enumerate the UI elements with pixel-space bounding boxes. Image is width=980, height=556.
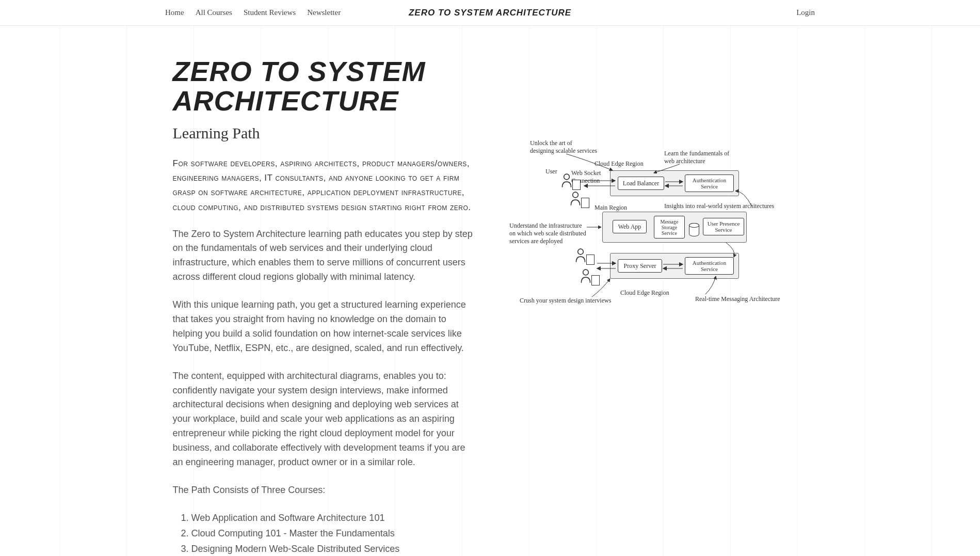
nav-all-courses[interactable]: All Courses <box>196 8 232 17</box>
architecture-diagram: Unlock the art ofdesigning scalable serv… <box>509 139 793 336</box>
page-title: ZERO TO SYSTEM ARCHITECTURE <box>173 57 475 115</box>
note-cloud-edge-top: Cloud Edge Region <box>595 160 644 168</box>
db-icon <box>689 223 699 236</box>
course-list: Web Application and Software Architectur… <box>191 511 475 556</box>
intro-paragraph: For software developers, aspiring archit… <box>173 156 475 214</box>
box-web-app: Web App <box>613 220 647 233</box>
svg-point-0 <box>564 174 570 180</box>
screen-icon-3 <box>586 255 595 265</box>
nav-newsletter[interactable]: Newsletter <box>307 8 341 17</box>
box-msg-storage: MessageStorageService <box>654 216 685 239</box>
box-auth-bottom: AuthenticationService <box>685 257 734 275</box>
user-icon-2 <box>569 191 582 206</box>
box-auth-top: AuthenticationService <box>685 174 734 192</box>
nav-left: Home All Courses Student Reviews Newslet… <box>165 8 341 17</box>
course-item-2: Cloud Computing 101 - Master the Fundame… <box>191 527 475 541</box>
box-load-balancer: Load Balancer <box>618 177 664 190</box>
note-insights: Insights into real-world system architec… <box>664 202 774 210</box>
body-paragraph-4: The Path Consists of Three Courses: <box>173 483 475 498</box>
screen-icon-2 <box>581 198 589 208</box>
nav-home[interactable]: Home <box>165 8 184 17</box>
content-column: ZERO TO SYSTEM ARCHITECTURE Learning Pat… <box>168 57 490 556</box>
screen-icon-4 <box>591 275 600 285</box>
svg-point-2 <box>578 249 584 255</box>
brand-logo[interactable]: ZERO TO SYSTEM ARCHITECTURE <box>409 8 571 18</box>
user-icon-1 <box>560 173 573 188</box>
note-unlock: Unlock the art ofdesigning scalable serv… <box>530 139 597 155</box>
svg-point-3 <box>583 269 589 275</box>
note-learn: Learn the fundamentals ofweb architectur… <box>664 150 729 165</box>
note-user: User <box>545 168 557 176</box>
course-item-1: Web Application and Software Architectur… <box>191 511 475 526</box>
note-realtime: Real-time Messaging Architecture <box>695 295 780 303</box>
note-cloud-edge-bottom: Cloud Edge Region <box>620 289 669 297</box>
note-understand: Understand the infrastructureon which we… <box>509 222 586 245</box>
nav-student-reviews[interactable]: Student Reviews <box>244 8 296 17</box>
body-paragraph-3: The content, equipped with architectural… <box>173 369 475 470</box>
user-icon-4 <box>579 268 592 284</box>
login-link[interactable]: Login <box>796 8 815 17</box>
svg-point-1 <box>573 192 579 198</box>
screen-icon-1 <box>572 180 581 190</box>
box-user-presence: User PresenceService <box>703 218 744 235</box>
note-main-region: Main Region <box>595 204 627 212</box>
body-paragraph-1: The Zero to System Architecture learning… <box>173 227 475 285</box>
body-paragraph-2: With this unique learning path, you get … <box>173 298 475 356</box>
course-item-3: Designing Modern Web-Scale Distributed S… <box>191 542 475 556</box>
note-crush: Crush your system design interviews <box>520 297 611 305</box>
page-subtitle: Learning Path <box>173 124 475 142</box>
box-proxy: Proxy Server <box>618 259 662 273</box>
top-navbar: Home All Courses Student Reviews Newslet… <box>0 0 980 26</box>
user-icon-3 <box>574 248 587 263</box>
